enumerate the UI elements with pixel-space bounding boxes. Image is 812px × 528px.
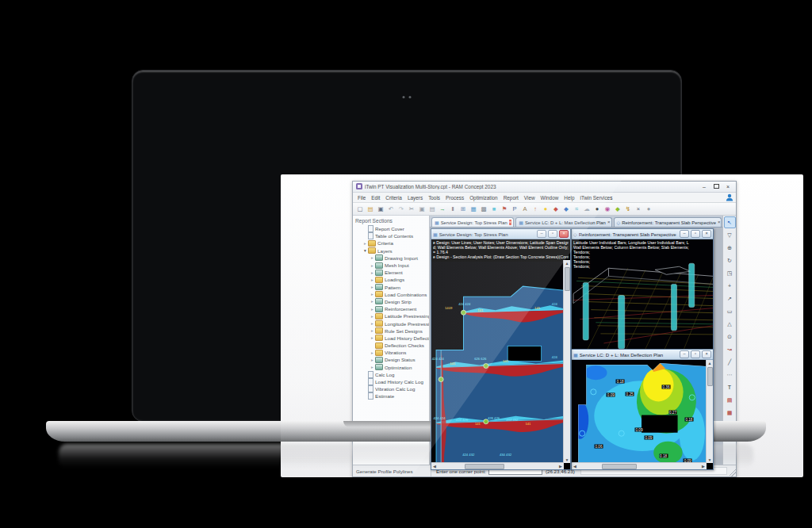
line-tool[interactable]: ╱ [724,356,736,368]
paste-icon[interactable]: ▤ [427,204,437,214]
minimize-icon[interactable]: – [680,230,689,238]
expand-icon[interactable]: ▸ [370,365,375,369]
deflection-contour-view[interactable]: 0.180.090.250.360.270.180.090.090.060.18… [572,360,713,469]
stress-plan-window[interactable]: ▦ Service Design: Top Stress Plan – ▫ × … [431,228,571,470]
dot-icon[interactable]: ● [592,204,602,214]
collapse-icon[interactable]: ▾ [362,248,368,253]
redo-icon[interactable]: ↷ [396,204,406,214]
tab-service-lc-d-l-max-deflection-plan[interactable]: ▦Service LC: D + L: Max Deflection Plan× [515,217,611,227]
tree-item-pattern[interactable]: ▸Pattern [353,284,429,291]
tree-item-longitude-prestressing[interactable]: ▸Longitude Prestressing [353,319,429,327]
lightning-icon[interactable]: ↯ [623,204,633,214]
zoom-window-tool[interactable]: ◳ [724,267,736,279]
move-tool[interactable]: ↗ [724,293,736,304]
open-icon[interactable]: ▤ [366,204,375,214]
tree-item-layers[interactable]: ▾Layers [353,247,429,254]
stress-plot-canvas[interactable]: 1409424 424141141424424 424141626 626141… [431,260,564,463]
menu-layers[interactable]: Layers [405,195,425,201]
copy-icon[interactable]: ▣ [417,204,427,214]
run-icon[interactable]: → [438,204,447,214]
tree-item-loadings[interactable]: ▸Loadings [353,276,429,283]
tree-item-mesh-input[interactable]: ▸Mesh Input [353,262,429,269]
tree-item-design-status[interactable]: ▸Design Status [353,356,429,363]
menu-tools[interactable]: Tools [426,195,442,201]
expand-icon[interactable]: ▸ [370,255,375,260]
horizontal-scrollbar[interactable]: ◀▶ [431,462,564,469]
maximize-icon[interactable]: ▫ [691,230,700,238]
section-tool[interactable]: ▤ [724,394,736,406]
audit-icon[interactable]: A [520,204,530,214]
tree-item-element[interactable]: ▸Element [353,269,429,276]
expand-icon[interactable]: ▸ [370,307,375,312]
perspective-window[interactable]: ◇ Reinforcement: Transparent Slab Perspe… [571,228,714,350]
maximize-icon[interactable]: ▫ [691,350,700,358]
maximize-button[interactable] [711,182,721,191]
tree-item-vibration-calc-log[interactable]: Vibration Calc Log [353,385,429,392]
dimension-tool[interactable]: ⋯ [724,369,736,381]
tree-item-deflection-checks[interactable]: Deflection Checks [353,342,429,349]
menu-file[interactable]: File [355,195,368,201]
tree-item-design-strip[interactable]: ▸Design Strip [353,298,429,305]
tree-item-vibrations[interactable]: ▸Vibrations [353,349,429,356]
close-icon[interactable]: × [702,350,711,358]
stress-window-titlebar[interactable]: ▦ Service Design: Top Stress Plan – ▫ × [431,229,570,239]
tab-reinforcement-transparent-slab-perspective[interactable]: ◇Reinforcement: Transparent Slab Perspec… [614,217,722,227]
pause-icon[interactable]: ‖ [448,204,458,214]
tree-item-estimate[interactable]: Estimate [353,392,429,400]
polyline-tool[interactable]: ↝ [724,343,736,355]
status-icon[interactable]: ● [541,204,550,214]
expand-icon[interactable]: ▸ [370,263,375,268]
expand-icon[interactable]: ▸ [370,335,375,340]
tree-item-latitude-prestressing[interactable]: ▸Latitude Prestressing [353,312,429,319]
tree-item-optimization[interactable]: ▸Optimization [353,364,429,371]
expand-icon[interactable]: ▸ [370,350,375,355]
mesh-icon[interactable]: ▩ [479,204,488,214]
table-tool[interactable]: ▦ [724,407,736,419]
perspective-view[interactable]: Latitude User Individual Bars; Longitude… [572,239,713,349]
menu-process[interactable]: Process [443,195,466,201]
menu-report[interactable]: Report [501,195,521,201]
maximize-icon[interactable]: ▫ [548,230,557,238]
save-icon[interactable]: ▣ [376,204,385,214]
grid-icon[interactable]: ⊞ [458,204,468,214]
flag-icon[interactable]: ⚑ [500,204,509,214]
expand-icon[interactable]: ▸ [370,292,375,297]
tree-item-reinforcement[interactable]: ▸Reinforcement [353,305,429,312]
menu-view[interactable]: View [522,195,538,201]
tree-item-drawing-import[interactable]: ▸Drawing Import [353,254,429,262]
perspective-icon[interactable]: P [510,204,519,214]
expand-icon[interactable]: ▸ [370,358,375,362]
menu-criteria[interactable]: Criteria [383,195,404,201]
pan-tool[interactable]: ⊕ [724,242,736,254]
zoom-in-tool[interactable]: + [724,280,736,292]
wave-icon[interactable]: ≈ [572,204,581,214]
up-icon[interactable]: ↑ [530,204,540,214]
tab-service-design-top-stress-plan[interactable]: ▦Service Design: Top Stress Plan× [431,217,514,227]
copy-tool[interactable]: ▭ [724,305,736,317]
expand-icon[interactable]: ▸ [370,270,375,275]
tree-item-table-of-contents[interactable]: Table of Contents [353,232,429,239]
menu-window[interactable]: Window [538,195,561,201]
minimize-button[interactable]: – [699,182,709,191]
tree-item-load-combinations[interactable]: ▸Load Combinations [353,291,429,298]
tab-close-icon[interactable]: × [718,220,721,225]
title-bar[interactable]: iTwin PT Visualization Multi-Story.cpt -… [353,182,736,193]
deflection-window-titlebar[interactable]: ▦ Service LC: D + L: Max Deflection Plan… [572,350,713,360]
tab-close-icon[interactable]: × [509,220,512,225]
close-icon[interactable]: × [702,230,711,238]
ellipse-icon[interactable]: ● [644,204,653,214]
deflection-window[interactable]: ▦ Service LC: D + L: Max Deflection Plan… [571,349,714,470]
horizontal-scrollbar[interactable]: ◀▶ [572,462,707,469]
undo-icon[interactable]: ↶ [386,204,396,214]
expand-icon[interactable]: ▸ [370,321,375,326]
tree-item-load-history-deflection[interactable]: ▸Load History Deflection [353,335,429,342]
minimize-icon[interactable]: – [680,350,689,358]
tree-item-criteria[interactable]: ▸Criteria [353,239,429,247]
tree-item-load-history-calc-log[interactable]: Load History Calc Log [353,378,429,385]
select-tool[interactable]: ↖ [724,216,736,228]
expand-icon[interactable]: ▸ [370,314,375,319]
cut-icon[interactable]: ✂ [407,204,416,214]
rebar-icon[interactable]: ◆ [551,204,561,214]
stress-plan-view[interactable]: e Design: User Lines; User Notes; User D… [431,239,570,469]
new-icon[interactable]: ▢ [355,204,365,214]
